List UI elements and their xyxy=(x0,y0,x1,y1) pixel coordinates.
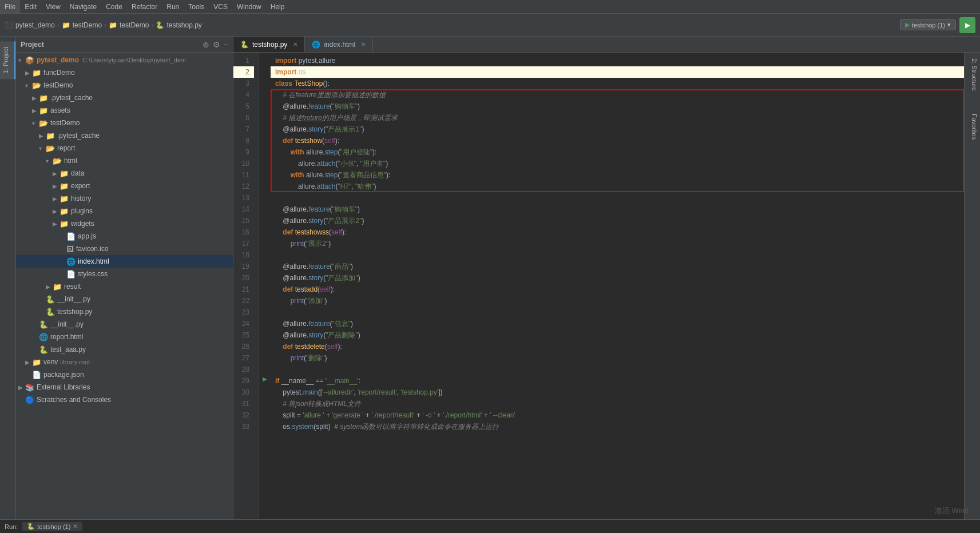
code-content[interactable]: import pytest,allure import os class Tes… xyxy=(271,53,964,519)
menu-edit[interactable]: Edit xyxy=(20,0,41,13)
breadcrumb: ⬛ pytest_demo › 📁 testDemo › 📁 testDemo … xyxy=(5,21,202,29)
ln-4: 4 xyxy=(233,89,254,101)
tree-init-py-3[interactable]: ▶ 🐍 __init__.py xyxy=(16,293,233,305)
structure-tab[interactable]: 2: Structure xyxy=(965,53,980,97)
label-testDemo-2: testDemo xyxy=(50,119,80,127)
menu-run[interactable]: Run xyxy=(162,0,184,13)
breadcrumb-item-3[interactable]: testDemo xyxy=(120,21,149,29)
tab-testshop-close[interactable]: ✕ xyxy=(293,41,297,47)
label-reporthtml: report.html xyxy=(50,333,83,341)
tree-venv[interactable]: ▶ 📁 venv library root xyxy=(16,356,233,368)
folder-icon-plugins: 📁 xyxy=(59,207,69,216)
menubar: File Edit View Navigate Code Refactor Ru… xyxy=(0,0,980,14)
gutter-23 xyxy=(259,304,271,316)
settings-icon[interactable]: ⚙ xyxy=(213,40,220,49)
arrow-assets: ▶ xyxy=(32,108,39,114)
ln-21: 21 xyxy=(233,284,254,295)
ico-icon-favicon: 🖼 xyxy=(66,245,74,253)
tree-export[interactable]: ▶ 📁 export xyxy=(16,180,233,192)
menu-file[interactable]: File xyxy=(0,0,20,13)
ln-32: 32 xyxy=(233,409,254,421)
tab-indexhtml-close[interactable]: ✕ xyxy=(361,41,366,47)
folder-icon-funcDemo: 📁 xyxy=(32,69,41,77)
menu-view[interactable]: View xyxy=(41,0,65,13)
tree-result[interactable]: ▶ 📁 result xyxy=(16,280,233,293)
ln-27: 27 xyxy=(233,352,254,364)
menu-navigate[interactable]: Navigate xyxy=(65,0,101,13)
code-line-14: @allure.feature("购物车") xyxy=(271,204,964,215)
project-tab[interactable]: 1: Project xyxy=(0,41,15,79)
tree-external-libraries[interactable]: ▶ 📚 External Libraries xyxy=(16,381,233,393)
tree-packagejson[interactable]: ▶ 📄 package.json xyxy=(16,368,233,381)
folder-icon-export: 📁 xyxy=(59,182,69,190)
ln-13: 13 xyxy=(233,192,254,204)
tree-html[interactable]: ▾ 📂 html xyxy=(16,154,233,167)
breadcrumb-root[interactable]: ⬛ xyxy=(5,21,13,29)
tree-testDemo-1[interactable]: ▾ 📂 testDemo xyxy=(16,79,233,92)
menu-refactor[interactable]: Refactor xyxy=(127,0,162,13)
tree-testDemo-2[interactable]: ▾ 📂 testDemo xyxy=(16,117,233,129)
run-config-dropdown[interactable]: ▶ testshop (1) ▾ xyxy=(900,19,956,30)
tree-history[interactable]: ▶ 📁 history xyxy=(16,192,233,205)
run-button[interactable]: ▶ xyxy=(959,17,975,33)
tree-plugins[interactable]: ▶ 📁 plugins xyxy=(16,205,233,217)
menu-vcs[interactable]: VCS xyxy=(209,0,232,13)
label-data: data xyxy=(71,169,84,177)
label-funcDemo: funcDemo xyxy=(43,69,75,77)
menu-help[interactable]: Help xyxy=(266,0,289,13)
code-line-19: @allure.feature("商品") xyxy=(271,261,964,272)
code-line-30: pytest.main(['--alluredir', 'report/resu… xyxy=(271,387,964,398)
code-line-23 xyxy=(271,307,964,318)
breadcrumb-sep-2: › xyxy=(104,21,106,29)
tree-pytest-cache-1[interactable]: ▶ 📁 .pytest_cache xyxy=(16,92,233,104)
favorites-tab[interactable]: Favorites xyxy=(965,108,980,145)
editor-tabs: 🐍 testshop.py ✕ 🌐 index.html ✕ xyxy=(233,37,980,53)
gutter-18 xyxy=(259,247,271,258)
tree-scratches[interactable]: ▶ 🔵 Scratches and Consoles xyxy=(16,393,233,406)
breadcrumb-item-2[interactable]: testDemo xyxy=(73,21,102,29)
panel-icons: ⊕ ⚙ − xyxy=(203,40,228,49)
ln-12: 12 xyxy=(233,181,254,192)
tree-testaaa[interactable]: ▶ 🐍 test_aaa.py xyxy=(16,343,233,356)
tree-widgets[interactable]: ▶ 📁 widgets xyxy=(16,217,233,230)
code-line-18 xyxy=(271,249,964,261)
breadcrumb-item-4[interactable]: testshop.py xyxy=(166,21,201,29)
folder-icon-testDemo-1: 📂 xyxy=(32,81,41,90)
tab-indexhtml[interactable]: 🌐 index.html ✕ xyxy=(305,37,373,52)
tree-reporthtml[interactable]: ▶ 🌐 report.html xyxy=(16,331,233,343)
tree-root-label: pytest_demo xyxy=(37,56,79,64)
tree-indexhtml[interactable]: ▶ 🌐 index.html xyxy=(16,255,233,268)
menu-code[interactable]: Code xyxy=(101,0,127,13)
menu-tools[interactable]: Tools xyxy=(184,0,209,13)
add-icon[interactable]: ⊕ xyxy=(203,40,209,49)
tab-testshop[interactable]: 🐍 testshop.py ✕ xyxy=(233,37,305,52)
breadcrumb-item-1[interactable]: pytest_demo xyxy=(15,21,55,29)
editor-area: 🐍 testshop.py ✕ 🌐 index.html ✕ 1 2 3 4 5… xyxy=(233,37,980,519)
tree-init-py-2[interactable]: ▶ 🐍 __init__.py xyxy=(16,318,233,331)
menu-window[interactable]: Window xyxy=(232,0,266,13)
run-chip-label: testshop (1) xyxy=(37,523,70,530)
tree-stylescss[interactable]: ▶ 📄 styles.css xyxy=(16,268,233,280)
tree-data[interactable]: ▶ 📁 data xyxy=(16,167,233,180)
tree-root[interactable]: ▾ 📦 pytest_demo C:\Users\yiyuan\Desktop\… xyxy=(16,54,233,66)
tree-pytest-cache-2[interactable]: ▶ 📁 .pytest_cache xyxy=(16,129,233,142)
tree-testshop[interactable]: ▶ 🐍 testshop.py xyxy=(16,305,233,318)
ln-2: 2 xyxy=(233,66,254,78)
minimize-icon[interactable]: − xyxy=(224,40,228,49)
label-indexhtml: index.html xyxy=(78,257,109,265)
tree-funcDemo[interactable]: ▶ 📁 funcDemo xyxy=(16,66,233,79)
kw-import-1: import xyxy=(275,55,299,66)
run-chip[interactable]: 🐍 testshop (1) ✕ xyxy=(22,522,82,531)
run-chip-close[interactable]: ✕ xyxy=(73,523,78,530)
ln-6: 6 xyxy=(233,112,254,124)
label-testshop: testshop.py xyxy=(57,308,92,316)
arrow-testDemo-1: ▾ xyxy=(25,82,32,89)
tree-appjs[interactable]: ▶ 📄 app.js xyxy=(16,230,233,242)
arrow-plugins: ▶ xyxy=(53,208,59,214)
tree-report[interactable]: ▾ 📂 report xyxy=(16,142,233,154)
breadcrumb-folder-2: 📁 xyxy=(109,21,117,29)
code-line-20: @allure.story("产品添加") xyxy=(271,272,964,284)
tree-favicon[interactable]: ▶ 🖼 favicon.ico xyxy=(16,242,233,255)
tree-assets[interactable]: ▶ 📁 assets xyxy=(16,104,233,117)
py-icon-testaaa: 🐍 xyxy=(39,345,48,354)
